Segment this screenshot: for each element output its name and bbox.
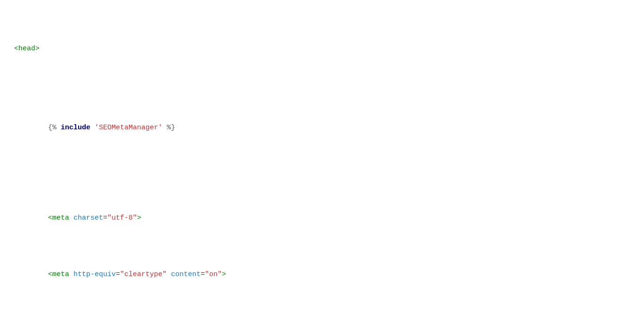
val-on: "on" (205, 270, 222, 278)
liquid-space (56, 124, 61, 132)
space (90, 124, 95, 132)
string-seo: 'SEOMetaManager' (95, 124, 162, 132)
val-cleartype: "cleartype" (120, 270, 167, 278)
line-blank-2 (14, 167, 630, 179)
line-meta-http: <meta http-equiv="cleartype" content="on… (14, 258, 630, 292)
tag-meta2: <meta (48, 270, 69, 278)
tag-head-open: <head> (14, 45, 40, 53)
liquid-bracket: {% (48, 124, 56, 132)
val-utf8: "utf-8" (107, 214, 137, 222)
tag-close2: > (222, 270, 226, 278)
keyword-include: include (61, 124, 90, 132)
tag-meta-open: <meta (48, 214, 69, 222)
line-meta-robots: <meta name="robots" content="index,follo… (14, 314, 630, 325)
liquid-bracket-close: %} (167, 124, 175, 132)
attr-charset: charset (73, 214, 103, 222)
code-editor: <head> {% include 'SEOMetaManager' %} <m… (14, 9, 630, 325)
line-include-seo: {% include 'SEOMetaManager' %} (14, 111, 630, 145)
attr-content1: content (171, 270, 201, 278)
line-blank-1 (14, 77, 630, 88)
space2 (162, 124, 167, 132)
attr-http-equiv: http-equiv (73, 270, 116, 278)
line-head: <head> (14, 43, 630, 55)
line-meta-charset: <meta charset="utf-8"> (14, 201, 630, 235)
tag-close: > (137, 214, 141, 222)
